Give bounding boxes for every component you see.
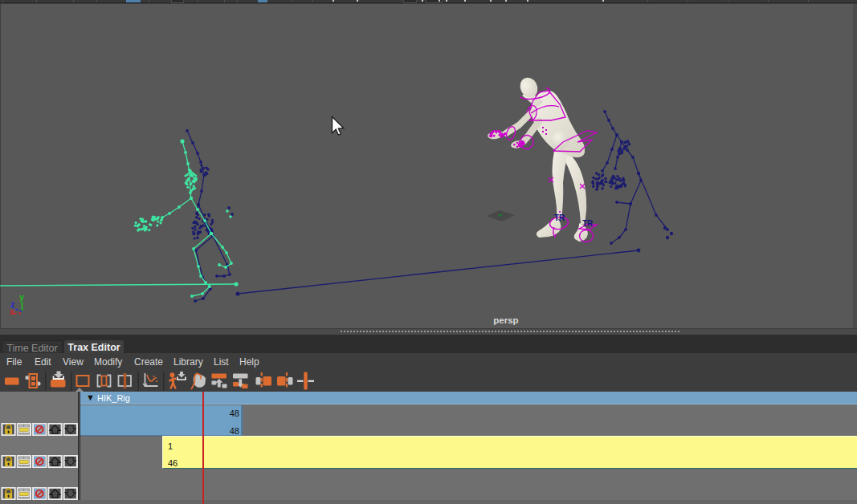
svg-text:TR: TR — [582, 219, 594, 228]
svg-text:TR: TR — [554, 213, 565, 222]
svg-text:y: y — [19, 292, 25, 302]
svg-text:x: x — [10, 307, 15, 316]
svg-text:persp: persp — [493, 315, 518, 325]
